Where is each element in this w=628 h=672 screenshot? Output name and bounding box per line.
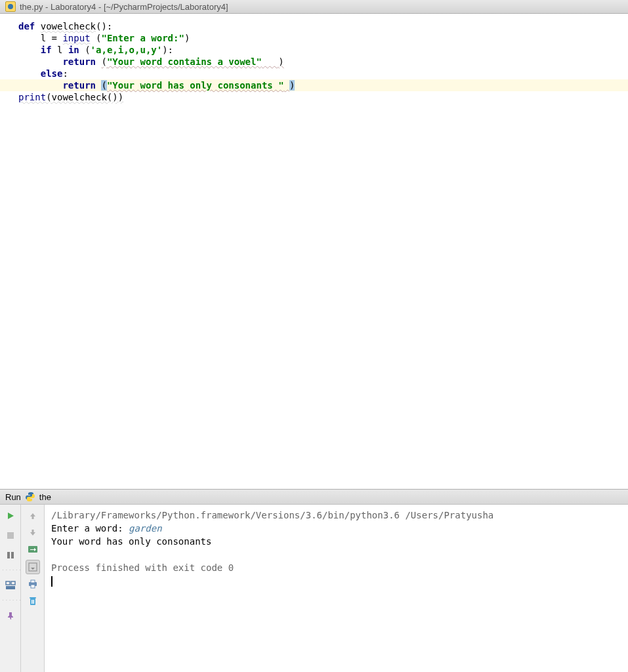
pin-icon[interactable] — [3, 608, 18, 623]
svg-rect-6 — [31, 516, 33, 519]
svg-rect-4 — [11, 581, 15, 585]
run-header[interactable]: Run the — [0, 490, 628, 505]
separator: ······· — [0, 568, 22, 573]
svg-rect-0 — [7, 532, 14, 539]
stop-icon[interactable] — [3, 528, 18, 543]
console-line: /Library/Frameworks/Python.framework/Ver… — [51, 509, 621, 522]
run-body: ······· ······· — [0, 505, 628, 672]
console-line: Process finished with exit code 0 — [51, 561, 621, 574]
console-cursor — [51, 574, 621, 587]
svg-rect-11 — [31, 580, 35, 583]
run-config-name: the — [39, 492, 51, 502]
run-label: Run — [5, 492, 21, 502]
code-line: return ("Your word contains a vowel" ) — [18, 56, 628, 68]
run-toolbar-right — [21, 505, 45, 672]
separator: ······· — [0, 598, 22, 603]
title-bar: the.py - Laboratory4 - [~/PycharmProject… — [0, 0, 628, 14]
code-line-current: return ("Your word has only consonants "… — [0, 79, 628, 91]
scroll-up-icon[interactable] — [26, 509, 40, 523]
console-line: Enter a word: garden — [51, 522, 621, 535]
scroll-to-end-icon[interactable] — [26, 560, 40, 574]
console-line — [51, 548, 621, 561]
console-line: Your word has only consonants — [51, 535, 621, 548]
svg-rect-7 — [31, 530, 33, 532]
svg-rect-12 — [31, 585, 35, 588]
python-icon — [25, 492, 35, 502]
soft-wrap-icon[interactable] — [26, 543, 40, 557]
run-tool-window: Run the ······· ······· — [0, 489, 628, 672]
svg-rect-9 — [29, 563, 37, 571]
code-line: def vowelcheck(): — [18, 20, 628, 32]
run-toolbar-left: ······· ······· — [0, 505, 21, 672]
code-line: l = input ("Enter a word:") — [18, 32, 628, 44]
trash-icon[interactable] — [26, 594, 40, 608]
svg-rect-2 — [11, 552, 14, 558]
svg-rect-17 — [33, 600, 34, 604]
svg-rect-5 — [6, 586, 15, 589]
scroll-down-icon[interactable] — [26, 526, 40, 540]
pause-icon[interactable] — [3, 548, 18, 562]
svg-rect-16 — [32, 600, 33, 604]
svg-rect-3 — [6, 581, 10, 585]
code-editor[interactable]: def vowelcheck(): l = input ("Enter a wo… — [0, 14, 628, 489]
code-line: if l in ('a,e,i,o,u,y'): — [18, 44, 628, 56]
svg-rect-14 — [30, 597, 36, 598]
svg-rect-1 — [7, 552, 10, 558]
svg-rect-15 — [31, 600, 32, 604]
print-icon[interactable] — [26, 577, 40, 591]
window-title: the.py - Laboratory4 - [~/PycharmProject… — [20, 2, 228, 12]
code-line: print(vowelcheck()) — [18, 91, 628, 103]
run-icon[interactable] — [3, 509, 18, 523]
python-file-icon — [5, 1, 16, 12]
console-output[interactable]: /Library/Frameworks/Python.framework/Ver… — [45, 505, 628, 672]
layout-icon[interactable] — [3, 578, 18, 593]
code-line: else: — [18, 68, 628, 79]
